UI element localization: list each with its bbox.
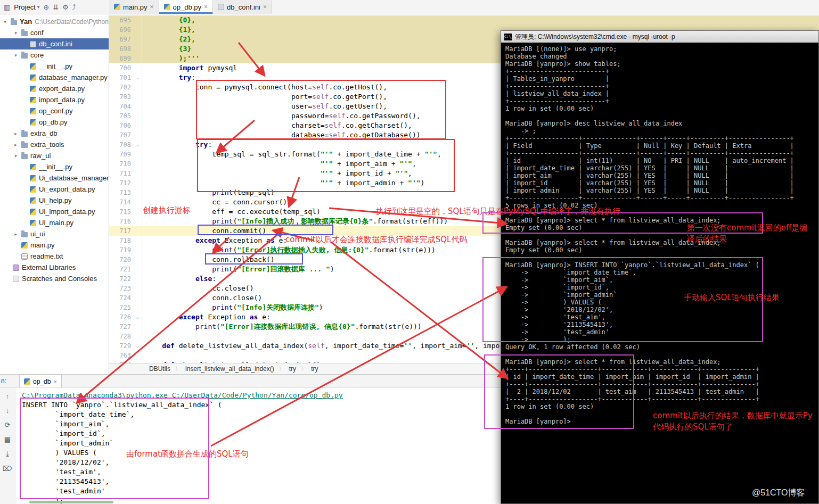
tree-item-label: Ui_database_manager.py bbox=[39, 174, 109, 182]
tree-item-export-data-py[interactable]: export_data.py bbox=[0, 83, 109, 94]
tree-item-db-conf-ini[interactable]: db_conf.ini bbox=[0, 38, 109, 49]
tree-item-ui-main-py[interactable]: Ui_main.py bbox=[0, 217, 109, 228]
fold-icon[interactable]: ⌵ bbox=[134, 73, 142, 82]
tree-item-ui-ui[interactable]: ▸ui_ui bbox=[0, 228, 109, 239]
cmd-line bbox=[505, 351, 814, 358]
chevron-down-icon[interactable]: ▾ bbox=[13, 53, 19, 58]
cmd-line: +----+------------------+------------+--… bbox=[505, 366, 814, 373]
chevron-down-icon[interactable]: ▾ bbox=[2, 19, 8, 24]
fold-icon[interactable]: ⌵ bbox=[134, 341, 142, 351]
line-number: 728 bbox=[109, 332, 134, 341]
line-number: 719 bbox=[109, 245, 134, 255]
code-text: password=self.co.getPassword(), bbox=[142, 111, 421, 121]
hide-panel-icon[interactable]: ⤴ bbox=[72, 4, 76, 11]
tree-item-main-py[interactable]: main.py bbox=[0, 239, 109, 251]
line-number: 723 bbox=[109, 284, 134, 293]
rerun-icon[interactable]: ⟳ bbox=[5, 421, 11, 429]
scroll-to-end-icon[interactable]: ⤓ bbox=[6, 450, 9, 458]
tree-item-extra-db[interactable]: ▸extra_db bbox=[0, 128, 109, 139]
tree-item-raw-ui[interactable]: ▾raw_ui bbox=[0, 150, 109, 161]
tree-item-label: import_data.py bbox=[39, 96, 85, 104]
tree-item-ui-help-py[interactable]: Ui_help.py bbox=[0, 195, 109, 206]
fold-spacer bbox=[134, 207, 142, 217]
editor-tab-op-db-py[interactable]: op_db.py× bbox=[159, 0, 214, 14]
down-icon[interactable]: ↓ bbox=[6, 407, 10, 415]
cmd-line: Database changed bbox=[505, 53, 814, 60]
restore-layout-icon[interactable]: ▦ bbox=[4, 435, 11, 443]
python-icon bbox=[30, 63, 36, 70]
breadcrumb-item-2[interactable]: try bbox=[289, 365, 296, 373]
clear-console-icon[interactable]: ⌦ bbox=[3, 465, 12, 473]
breadcrumb-item-1[interactable]: insert_listview_all_data_index() bbox=[185, 365, 274, 373]
fold-spacer bbox=[134, 35, 142, 44]
tree-item-scratches-and-consoles[interactable]: Scratches and Consoles bbox=[0, 273, 109, 284]
project-panel: ▾ Yan C:\UserData\Code\Python\ ▾confdb_c… bbox=[0, 14, 109, 374]
fold-spacer bbox=[134, 178, 142, 188]
line-number: 710 bbox=[109, 159, 134, 169]
tree-item-external-libraries[interactable]: External Libraries bbox=[0, 262, 109, 273]
chevron-right-icon[interactable]: ▸ bbox=[13, 232, 19, 237]
python-icon bbox=[30, 197, 36, 204]
tree-item-import-data-py[interactable]: import_data.py bbox=[0, 94, 109, 105]
close-icon[interactable]: × bbox=[204, 3, 208, 11]
tree-item-readme-txt[interactable]: readme.txt bbox=[0, 251, 109, 262]
up-icon[interactable]: ↑ bbox=[6, 392, 10, 400]
python-file-icon bbox=[114, 4, 120, 10]
close-icon[interactable]: × bbox=[150, 3, 154, 11]
cmd-line bbox=[505, 254, 814, 261]
code-text: port=self.co.getPort(), bbox=[142, 92, 387, 102]
cmd-line: 5 rows in set (0.02 sec) bbox=[505, 202, 814, 209]
code-text: else: bbox=[142, 274, 216, 284]
chevron-down-icon: ▾ bbox=[37, 4, 40, 10]
tree-item-extra-tools[interactable]: ▸extra_tools bbox=[0, 139, 109, 150]
fold-icon[interactable]: ⌵ bbox=[134, 312, 142, 322]
breadcrumb-item-3[interactable]: try bbox=[311, 365, 318, 373]
line-number: 712 bbox=[109, 178, 134, 188]
settings-icon[interactable]: ⚙ bbox=[62, 4, 69, 11]
folder-icon bbox=[21, 154, 28, 159]
line-number: 713 bbox=[109, 188, 134, 197]
line-number: 720 bbox=[109, 255, 134, 265]
editor-tab-main-py[interactable]: main.py× bbox=[109, 0, 159, 14]
fold-spacer bbox=[134, 351, 142, 360]
tab-label: op_db.py bbox=[173, 3, 202, 11]
tree-item-database-manager-py[interactable]: database_manager.py bbox=[0, 72, 109, 83]
tree-item-ui-import-data-py[interactable]: Ui_import_data.py bbox=[0, 206, 109, 217]
editor-tab-db-conf-ini[interactable]: db_conf.ini× bbox=[213, 0, 272, 14]
run-tab-op-db[interactable]: op_db × bbox=[19, 375, 62, 387]
cmd-line: +----+------------------+------------+--… bbox=[505, 395, 814, 403]
console-scrollbar[interactable] bbox=[29, 501, 113, 503]
tree-root-yan[interactable]: ▾ Yan C:\UserData\Code\Python\ bbox=[0, 16, 109, 27]
chevron-right-icon[interactable]: ▸ bbox=[13, 142, 19, 147]
tree-item-core[interactable]: ▾core bbox=[0, 49, 109, 61]
cmd-output[interactable]: MariaDB [(none)]> use yanpro;Database ch… bbox=[501, 43, 818, 503]
tree-item-ui-export-data-py[interactable]: Ui_export_data.py bbox=[0, 184, 109, 195]
cmd-titlebar[interactable]: C:\_ 管理员: C:\Windows\system32\cmd.exe - … bbox=[501, 31, 818, 43]
line-number: 727 bbox=[109, 322, 134, 332]
close-icon[interactable]: × bbox=[263, 3, 267, 11]
locate-file-icon[interactable]: ⊕ bbox=[43, 4, 49, 11]
chevron-right-icon[interactable]: ▸ bbox=[13, 131, 19, 136]
chevron-down-icon[interactable]: ▾ bbox=[13, 153, 19, 159]
python-icon bbox=[30, 119, 36, 126]
watermark: @51CTO博客 bbox=[752, 488, 805, 499]
cmd-line: | import_admin | varchar(255) | YES | | … bbox=[505, 187, 814, 194]
tree-item-conf[interactable]: ▾conf bbox=[0, 27, 109, 38]
project-view-selector[interactable]: Project ▾ bbox=[14, 3, 39, 11]
tree-item-label: core bbox=[30, 51, 44, 59]
tool-window-icon[interactable]: ▥ bbox=[4, 4, 10, 11]
tree-item-init-py[interactable]: __init__.py bbox=[0, 61, 109, 72]
run-tab-label: op_db bbox=[33, 378, 51, 385]
tree-item-op-conf-py[interactable]: op_conf.py bbox=[0, 105, 109, 117]
chevron-down-icon[interactable]: ▾ bbox=[13, 30, 19, 36]
tree-item-op-db-py[interactable]: op_db.py bbox=[0, 117, 109, 128]
close-icon[interactable]: × bbox=[53, 378, 56, 385]
fold-icon[interactable]: ⌵ bbox=[134, 140, 142, 150]
tree-item-ui-database-manager-py[interactable]: Ui_database_manager.py bbox=[0, 172, 109, 184]
editor-line-695[interactable]: 695 {0}, bbox=[109, 15, 819, 25]
cmd-line: -> ; bbox=[505, 127, 814, 135]
cmd-line: | import_aim | varchar(255) | YES | | NU… bbox=[505, 172, 814, 179]
tree-item-init-py[interactable]: __init__.py bbox=[0, 161, 109, 172]
collapse-all-icon[interactable]: ⇊ bbox=[53, 4, 59, 11]
breadcrumb-item-0[interactable]: DBUtils bbox=[149, 365, 170, 373]
